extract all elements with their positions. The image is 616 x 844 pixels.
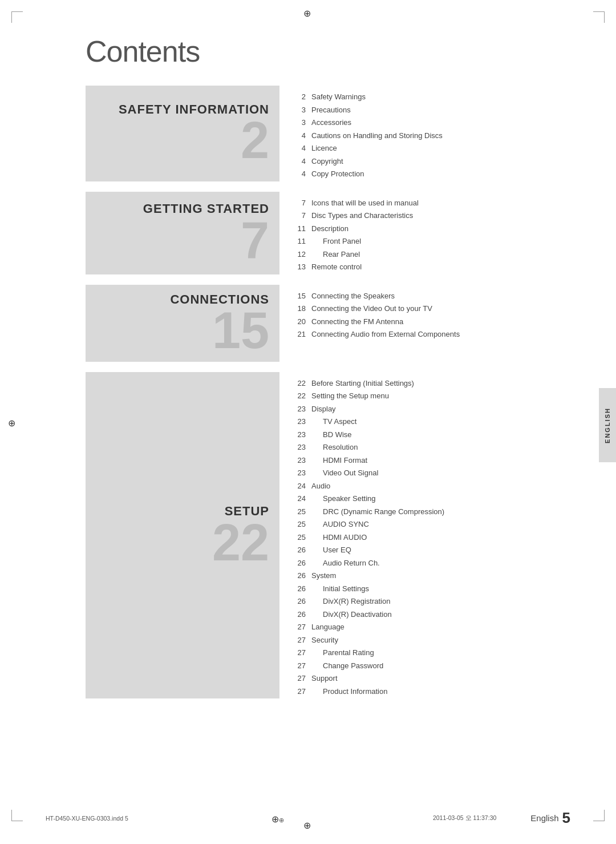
section-setup: SETUP 22 22Before Starting (Initial Sett… bbox=[86, 372, 536, 699]
toc-entry: 23TV Aspect bbox=[295, 416, 536, 427]
page: Contents SAFETY INFORMATION 2 2Safety Wa… bbox=[0, 0, 616, 844]
toc-entry: 4Licence bbox=[295, 143, 536, 154]
section-number-getting-started: 7 bbox=[96, 217, 269, 264]
english-label: English bbox=[530, 813, 558, 823]
toc-entry: 27Language bbox=[295, 621, 536, 633]
section-number-safety: 2 bbox=[96, 118, 269, 164]
section-left-connections: CONNECTIONS 15 bbox=[86, 285, 279, 362]
toc-entry: 23Display bbox=[295, 403, 536, 415]
toc-entry: 26System bbox=[295, 570, 536, 581]
section-safety-information: SAFETY INFORMATION 2 2Safety Warnings 3P… bbox=[86, 86, 536, 181]
english-sidebar: ENGLISH bbox=[599, 388, 616, 462]
toc-entry: 27Security bbox=[295, 635, 536, 646]
toc-entry: 3Precautions bbox=[295, 104, 536, 116]
corner-mark-top-left bbox=[11, 11, 23, 23]
toc-entry: 23Video Out Signal bbox=[295, 467, 536, 479]
footer-right: 2011-03-05 오 11:37:30 bbox=[433, 814, 496, 822]
toc-entry: 27Change Password bbox=[295, 660, 536, 672]
toc-entry: 4Copyright bbox=[295, 156, 536, 167]
toc-entry: 27Product Information bbox=[295, 686, 536, 697]
toc-entry: 25HDMI AUDIO bbox=[295, 532, 536, 543]
toc-entry: 3Accessories bbox=[295, 117, 536, 128]
toc-entry: 18Connecting the Video Out to your TV bbox=[295, 303, 536, 314]
section-connections: CONNECTIONS 15 15Connecting the Speakers… bbox=[86, 285, 536, 362]
footer-left: HT-D450-XU-ENG-0303.indd 5 bbox=[46, 815, 128, 822]
toc-entry: 2Safety Warnings bbox=[295, 91, 536, 103]
toc-entry: 7Disc Types and Characteristics bbox=[295, 210, 536, 221]
page-title: Contents bbox=[86, 34, 570, 68]
toc-entry: 25AUDIO SYNC bbox=[295, 519, 536, 530]
toc-entry: 22Before Starting (Initial Settings) bbox=[295, 378, 536, 389]
section-left-setup: SETUP 22 bbox=[86, 372, 279, 699]
toc-entry: 24Speaker Setting bbox=[295, 493, 536, 504]
toc-entry: 15Connecting the Speakers bbox=[295, 290, 536, 302]
section-left-safety: SAFETY INFORMATION 2 bbox=[86, 86, 279, 181]
toc-entry: 11Front Panel bbox=[295, 236, 536, 247]
corner-mark-top-right bbox=[593, 11, 605, 23]
reg-mark-left bbox=[8, 418, 17, 427]
toc-entry: 26User EQ bbox=[295, 544, 536, 556]
section-right-connections: 15Connecting the Speakers 18Connecting t… bbox=[279, 285, 536, 362]
footer-right-group: 2011-03-05 오 11:37:30 English 5 bbox=[433, 809, 570, 827]
toc-entry: 7Icons that will be used in manual bbox=[295, 197, 536, 209]
toc-entry: 21Connecting Audio from External Compone… bbox=[295, 329, 536, 340]
english-sidebar-text: ENGLISH bbox=[604, 407, 611, 443]
section-right-safety: 2Safety Warnings 3Precautions 3Accessori… bbox=[279, 86, 536, 181]
section-right-setup: 22Before Starting (Initial Settings) 22S… bbox=[279, 372, 536, 699]
section-number-connections: 15 bbox=[96, 308, 269, 354]
toc-entry: 22Setting the Setup menu bbox=[295, 390, 536, 402]
reg-mark-footer: ⊕ bbox=[271, 814, 281, 823]
toc-entry: 4Cautions on Handling and Storing Discs bbox=[295, 130, 536, 142]
toc-entry: 20Connecting the FM Antenna bbox=[295, 316, 536, 328]
toc-entry: 25DRC (Dynamic Range Compression) bbox=[295, 506, 536, 518]
english-page: English 5 bbox=[530, 809, 570, 827]
section-right-getting-started: 7Icons that will be used in manual 7Disc… bbox=[279, 192, 536, 274]
reg-mark-top bbox=[303, 8, 313, 17]
section-left-getting-started: GETTING STARTED 7 bbox=[86, 192, 279, 274]
sections-container: SAFETY INFORMATION 2 2Safety Warnings 3P… bbox=[86, 86, 536, 698]
section-getting-started: GETTING STARTED 7 7Icons that will be us… bbox=[86, 192, 536, 274]
toc-entry: 26DivX(R) Registration bbox=[295, 596, 536, 607]
toc-entry: 26Initial Settings bbox=[295, 583, 536, 595]
toc-entry: 26DivX(R) Deactivation bbox=[295, 609, 536, 620]
section-number-setup: 22 bbox=[96, 520, 269, 566]
toc-entry: 23Resolution bbox=[295, 442, 536, 453]
toc-entry: 27Support bbox=[295, 673, 536, 684]
toc-entry: 4Copy Protection bbox=[295, 168, 536, 180]
toc-entry: 13Remote control bbox=[295, 261, 536, 273]
page-number: 5 bbox=[562, 809, 570, 827]
toc-entry: 12Rear Panel bbox=[295, 249, 536, 260]
footer: HT-D450-XU-ENG-0303.indd 5 ⊕ 2011-03-05 … bbox=[0, 809, 616, 827]
toc-entry: 11Description bbox=[295, 223, 536, 235]
toc-entry: 23HDMI Format bbox=[295, 455, 536, 466]
toc-entry: 27Parental Rating bbox=[295, 647, 536, 659]
toc-entry: 23BD Wise bbox=[295, 429, 536, 441]
toc-entry: 26Audio Return Ch. bbox=[295, 558, 536, 569]
toc-entry: 24Audio bbox=[295, 480, 536, 492]
